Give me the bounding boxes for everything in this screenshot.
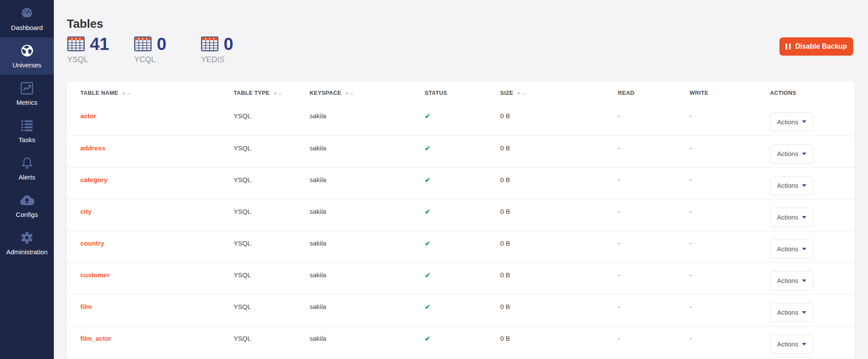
table-count: 41 <box>90 36 109 52</box>
column-label: ACTIONS <box>770 90 796 96</box>
table-row: countryYSQLsakila✔0 B--Actions <box>67 231 855 263</box>
sort-desc-icon <box>274 93 277 95</box>
row-actions-button[interactable]: Actions <box>770 208 813 227</box>
api-type-label: YEDIS <box>201 55 268 64</box>
column-label: SIZE <box>500 90 513 96</box>
table-type-cell: YSQL <box>234 104 310 136</box>
status-ok-icon: ✔ <box>425 145 430 152</box>
sidebar-item-label: Universes <box>13 61 42 69</box>
cloud-upload-icon <box>20 193 34 207</box>
sidebar-item-dashboard[interactable]: Dashboard <box>0 0 54 37</box>
table-type-cell: YSQL <box>234 199 310 231</box>
sidebar-item-label: Tasks <box>19 136 35 143</box>
column-label: TABLE TYPE <box>234 90 270 96</box>
size-cell: 0 B <box>500 263 618 294</box>
keyspace-cell: sakila <box>310 104 425 136</box>
caret-down-icon <box>802 343 806 346</box>
column-header-actions: ACTIONS <box>770 81 855 104</box>
table-name-link[interactable]: actor <box>80 112 96 120</box>
keyspace-cell: sakila <box>310 326 425 358</box>
tables-grid: TABLE NAMETABLE TYPEKEYSPACESTATUSSIZERE… <box>67 81 855 358</box>
sort-asc-icon <box>278 93 282 95</box>
keyspace-cell: sakila <box>310 263 425 294</box>
table-row: customerYSQLsakila✔0 B--Actions <box>67 263 855 294</box>
table-type-cell: YSQL <box>234 231 310 263</box>
sidebar-item-label: Metrics <box>17 99 37 106</box>
read-cell: - <box>618 231 690 263</box>
write-cell: - <box>690 104 770 136</box>
bell-icon <box>20 156 34 170</box>
column-header-status: STATUS <box>425 81 500 104</box>
sidebar-item-metrics[interactable]: Metrics <box>0 75 54 112</box>
row-actions-button[interactable]: Actions <box>770 112 813 131</box>
row-actions-button[interactable]: Actions <box>770 303 813 322</box>
column-header-type[interactable]: TABLE TYPE <box>234 81 310 104</box>
api-type-label: YCQL <box>134 55 201 64</box>
write-cell: - <box>690 167 770 199</box>
table-type-cell: YSQL <box>234 326 310 358</box>
table-row: actorYSQLsakila✔0 B--Actions <box>67 104 855 136</box>
sidebar-item-universes[interactable]: Universes <box>0 37 54 75</box>
table-name-link[interactable]: film_actor <box>80 335 112 342</box>
table-type-cell: YSQL <box>234 136 310 167</box>
table-name-link[interactable]: country <box>80 239 104 247</box>
write-cell: - <box>690 294 770 326</box>
size-cell: 0 B <box>500 294 618 326</box>
caret-down-icon <box>802 248 806 250</box>
write-cell: - <box>690 136 770 167</box>
stat-ycql: 0YCQL <box>134 36 201 64</box>
sidebar-item-administration[interactable]: Administration <box>0 224 54 262</box>
column-header-keyspace[interactable]: KEYSPACE <box>310 81 425 104</box>
table-row: film_actorYSQLsakila✔0 B--Actions <box>67 326 855 358</box>
caret-down-icon <box>802 153 806 155</box>
table-name-link[interactable]: film <box>80 303 92 310</box>
column-header-size[interactable]: SIZE <box>500 81 618 104</box>
sort-asc-icon <box>522 93 525 95</box>
status-ok-icon: ✔ <box>425 208 430 216</box>
actions-label: Actions <box>777 340 798 348</box>
api-type-label: YSQL <box>67 55 134 64</box>
column-label: READ <box>618 90 634 96</box>
column-label: STATUS <box>425 90 447 96</box>
caret-down-icon <box>802 216 806 219</box>
sort-desc-icon <box>345 93 349 95</box>
sidebar-item-tasks[interactable]: Tasks <box>0 112 54 150</box>
actions-label: Actions <box>777 118 798 126</box>
table-name-link[interactable]: customer <box>80 271 110 279</box>
read-cell: - <box>618 326 690 358</box>
globe-icon <box>20 43 34 58</box>
table-grid-icon <box>67 37 85 51</box>
status-ok-icon: ✔ <box>425 113 430 120</box>
gauge-icon <box>20 6 34 20</box>
row-actions-button[interactable]: Actions <box>770 144 813 163</box>
table-type-cell: YSQL <box>234 167 310 199</box>
table-name-link[interactable]: category <box>80 176 108 183</box>
sidebar-item-label: Dashboard <box>11 24 43 31</box>
read-cell: - <box>618 167 690 199</box>
row-actions-button[interactable]: Actions <box>770 335 813 354</box>
status-ok-icon: ✔ <box>425 303 430 311</box>
sidebar-item-label: Administration <box>6 248 47 256</box>
table-grid-icon <box>201 37 218 51</box>
write-cell: - <box>690 231 770 263</box>
sort-desc-icon <box>122 93 125 95</box>
keyspace-cell: sakila <box>310 294 425 326</box>
size-cell: 0 B <box>500 167 618 199</box>
read-cell: - <box>618 136 690 167</box>
keyspace-cell: sakila <box>310 199 425 231</box>
sidebar-item-configs[interactable]: Configs <box>0 187 54 224</box>
table-name-link[interactable]: address <box>80 144 106 152</box>
table-count: 0 <box>224 36 233 52</box>
read-cell: - <box>618 199 690 231</box>
table-name-link[interactable]: city <box>80 208 92 215</box>
read-cell: - <box>618 294 690 326</box>
table-count: 0 <box>157 36 166 52</box>
page-title: Tables <box>67 17 103 31</box>
row-actions-button[interactable]: Actions <box>770 239 813 259</box>
sidebar-item-alerts[interactable]: Alerts <box>0 150 54 187</box>
caret-down-icon <box>802 120 806 123</box>
column-header-name[interactable]: TABLE NAME <box>67 81 234 104</box>
row-actions-button[interactable]: Actions <box>770 176 813 195</box>
row-actions-button[interactable]: Actions <box>770 271 813 290</box>
disable-backup-button[interactable]: Disable Backup <box>779 37 853 56</box>
